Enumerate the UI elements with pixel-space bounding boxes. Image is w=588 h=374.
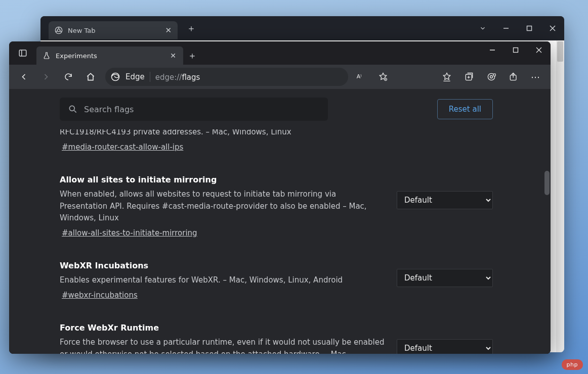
edge-logo-icon (110, 72, 120, 82)
chrome-tab-title: New Tab (68, 27, 96, 34)
chrome-scrollbar[interactable] (556, 40, 564, 352)
watermark: php (562, 359, 583, 370)
flask-icon (43, 52, 51, 60)
flag-title: Force WebXr Runtime (60, 323, 385, 333)
forward-button (36, 68, 56, 86)
menu-button[interactable]: ⋯ (526, 68, 545, 86)
edge-toolbar: Edge edge://flags A⁾ ⋯ (9, 65, 551, 89)
svg-point-14 (490, 76, 493, 78)
edge-new-tab-button[interactable]: ＋ (183, 46, 201, 65)
flag-item: WebXR Incubations Enables experimental f… (60, 261, 493, 300)
tab-actions-button[interactable] (9, 41, 36, 65)
refresh-button[interactable] (59, 68, 78, 86)
flags-list: RFC1918/RFC4193 private addresses. – Mac… (9, 129, 543, 354)
chrome-logo-icon (55, 26, 63, 34)
minimize-button[interactable] (481, 41, 504, 59)
content-scrollbar[interactable] (543, 89, 551, 354)
chrome-tab[interactable]: New Tab ✕ (49, 21, 178, 39)
divider (150, 72, 150, 82)
flag-item-truncated: RFC1918/RFC4193 private addresses. – Mac… (60, 129, 493, 152)
svg-rect-15 (493, 74, 495, 76)
maximize-button[interactable] (504, 41, 527, 59)
flag-item: Allow all sites to initiate mirroring Wh… (60, 175, 493, 238)
chrome-new-tab-button[interactable]: ＋ (183, 20, 200, 36)
edge-window: Experiments ✕ ＋ Edge edge://flags A⁾ ⋯ (9, 41, 551, 354)
chrome-scroll-thumb[interactable] (557, 41, 563, 62)
maximize-button[interactable] (518, 20, 541, 36)
content-scroll-thumb[interactable] (544, 171, 550, 195)
svg-text:A⁾: A⁾ (357, 73, 362, 80)
edge-tab[interactable]: Experiments ✕ (36, 46, 183, 65)
flag-description: Enables experimental features for WebXR.… (60, 274, 385, 286)
close-button[interactable] (527, 41, 551, 59)
svg-rect-4 (19, 50, 26, 56)
svg-point-1 (57, 29, 60, 31)
favorite-button[interactable] (373, 68, 393, 86)
address-url: edge://flags (155, 72, 200, 82)
home-button[interactable] (81, 68, 100, 86)
flag-anchor-link[interactable]: #allow-all-sites-to-initiate-mirroring (60, 228, 197, 238)
svg-point-17 (69, 106, 74, 111)
flags-header: Reset all (9, 89, 543, 129)
search-box[interactable] (60, 98, 328, 121)
chrome-titlebar: New Tab ✕ ＋ (40, 16, 564, 40)
close-button[interactable] (541, 20, 564, 36)
flag-description: Force the browser to use a particular ru… (60, 337, 385, 354)
flag-title: WebXR Incubations (60, 261, 385, 270)
extensions-button[interactable] (482, 68, 501, 86)
svg-rect-3 (527, 26, 532, 31)
flag-description: RFC1918/RFC4193 private addresses. – Mac… (60, 129, 493, 138)
search-icon (68, 104, 78, 114)
svg-rect-7 (514, 48, 518, 53)
flag-title: Allow all sites to initiate mirroring (60, 175, 385, 184)
flag-anchor-link[interactable]: #media-router-cast-allow-all-ips (60, 143, 183, 152)
favorites-bar-button[interactable] (437, 68, 456, 86)
edge-titlebar: Experiments ✕ ＋ (9, 41, 551, 65)
edge-tab-title: Experiments (56, 52, 97, 60)
flags-page: Reset all RFC1918/RFC4193 private addres… (9, 89, 551, 354)
flag-anchor-link[interactable]: #webxr-incubations (60, 291, 138, 300)
flag-select[interactable]: Default (397, 191, 493, 209)
flag-item: Force WebXr Runtime Force the browser to… (60, 323, 493, 354)
svg-line-18 (74, 111, 76, 113)
address-brand: Edge (125, 72, 145, 81)
back-button[interactable] (14, 68, 33, 86)
chevron-down-icon[interactable] (471, 20, 494, 36)
flag-select[interactable]: Default (397, 269, 493, 287)
address-bar[interactable]: Edge edge://flags (105, 68, 348, 86)
close-icon[interactable]: ✕ (165, 26, 172, 35)
reset-all-button[interactable]: Reset all (437, 99, 493, 119)
minimize-button[interactable] (494, 20, 518, 36)
collections-button[interactable] (459, 68, 479, 86)
close-icon[interactable]: ✕ (169, 51, 177, 61)
flag-description: When enabled, allows all websites to req… (60, 189, 385, 224)
flag-select[interactable]: Default (397, 339, 493, 354)
read-aloud-button[interactable]: A⁾ (351, 68, 370, 86)
share-button[interactable] (504, 68, 523, 86)
search-input[interactable] (84, 105, 320, 114)
